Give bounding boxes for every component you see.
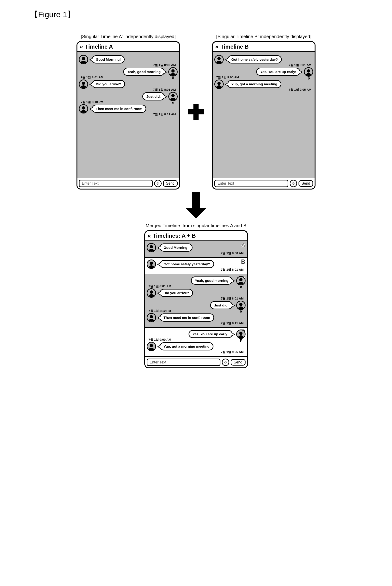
- merged-section: A Good Morning! 7월 1일 8:00 AM: [145, 241, 247, 257]
- message-bubble: Then meet me in conf. room: [160, 314, 214, 322]
- message-row: Yup, got a morning meeting 7월 1일 9:05 AM: [147, 342, 246, 350]
- avatar-label: α: [240, 309, 242, 314]
- send-button-b[interactable]: Send: [298, 180, 313, 187]
- chat-body-b: Got home safely yesterday? 7월 1일 8:01 AM…: [213, 52, 314, 178]
- back-chevron-icon[interactable]: «: [215, 44, 218, 50]
- plus-icon: [188, 104, 204, 120]
- timeline-b-column: [Singular Timeline B: independently disp…: [212, 34, 316, 190]
- phone-header-a: « Timeline A: [78, 42, 179, 52]
- avatar-icon: [79, 55, 88, 64]
- message-bubble: Got home safely yesterday?: [228, 55, 282, 64]
- message-bubble: Then meet me in conf. room: [92, 105, 146, 113]
- caption-b: [Singular Timeline B: independently disp…: [216, 34, 311, 39]
- avatar-icon: [147, 313, 156, 322]
- phone-title-b: Timeline B: [220, 44, 248, 50]
- message-bubble: Yeah, good morning: [191, 276, 232, 285]
- back-chevron-icon[interactable]: «: [80, 44, 83, 50]
- avatar-icon: [236, 301, 246, 310]
- message-row: α Yeah, good morning 7월 1일 8:01 AM: [79, 68, 178, 76]
- message-timestamp: 7월 1일 8:00 AM: [221, 251, 244, 255]
- message-row: α Just did. 7월 1일 8:10 PM: [79, 92, 178, 100]
- message-bubble: Just did.: [142, 92, 164, 100]
- caption-a: [Singular Timeline A: independently disp…: [81, 34, 176, 39]
- avatar-icon: [236, 330, 246, 339]
- avatar-icon: [168, 92, 178, 101]
- message-row: α Yeah, good morning 7월 1일 8:01 AM: [147, 276, 246, 285]
- phone-merged: « Timelines: A + B A Good Morning! 7월 1일…: [144, 230, 248, 368]
- input-bar-a: Enter Text ☺ Send: [78, 178, 179, 188]
- input-bar-merged: Enter Text ☺ Send: [145, 356, 247, 368]
- emoji-button-b[interactable]: ☺: [290, 180, 297, 187]
- arrow-down-icon: [186, 192, 206, 218]
- send-button-a[interactable]: Send: [163, 180, 178, 187]
- message-bubble: Yes. You are up early!: [256, 68, 300, 76]
- message-row: Good Morning! 7월 1일 8:00 AM: [147, 244, 246, 252]
- text-input-a[interactable]: Enter Text: [79, 180, 153, 187]
- message-bubble: Good Morning!: [160, 244, 192, 252]
- message-timestamp: 7월 1일 8:01 AM: [81, 75, 104, 80]
- avatar-label: α: [172, 76, 174, 80]
- input-bar-b: Enter Text ☺ Send: [213, 178, 314, 188]
- emoji-button-a[interactable]: ☺: [154, 180, 162, 187]
- message-timestamp: 7월 1일 9:00 AM: [216, 75, 239, 80]
- message-timestamp: 7월 1일 8:01 AM: [221, 296, 244, 301]
- avatar-icon: [168, 67, 178, 76]
- avatar-icon: [236, 276, 246, 285]
- bottom-row: [Merged Timeline: from singular timeline…: [9, 223, 383, 368]
- avatar-label: α: [172, 100, 174, 105]
- message-bubble: Did you arrive?: [92, 80, 125, 88]
- text-input-b[interactable]: Enter Text: [214, 180, 288, 187]
- avatar-icon: [147, 288, 156, 298]
- message-row: Did you arrive? 7월 1일 8:01 AM: [79, 80, 178, 88]
- message-timestamp: 7월 1일 8:01 AM: [288, 63, 311, 67]
- message-timestamp: 7월 1일 9:05 AM: [221, 350, 244, 354]
- merged-section: B β Yes. You are up early! 7월 1일 9:00 AM…: [145, 327, 247, 356]
- avatar-icon: [304, 67, 313, 76]
- avatar-icon: [147, 260, 156, 269]
- phone-b: « Timeline B Got home safely yesterday? …: [212, 41, 316, 190]
- message-bubble: Just did.: [210, 301, 232, 309]
- message-timestamp: 7월 1일 9:00 AM: [148, 338, 171, 342]
- avatar-icon: [147, 243, 156, 252]
- message-timestamp: 7월 1일 8:01 AM: [148, 284, 171, 288]
- message-timestamp: 7월 1일 8:11 AM: [153, 112, 176, 116]
- top-row: [Singular Timeline A: independently disp…: [9, 34, 383, 190]
- text-input-merged[interactable]: Enter Text: [147, 358, 221, 366]
- avatar-label: β: [308, 76, 310, 80]
- message-row: Did you arrive? 7월 1일 8:01 AM: [147, 289, 246, 297]
- message-row: α Just did. 7월 1일 8:10 PM: [147, 301, 246, 309]
- phone-a: « Timeline A Good Morning! 7월 1일 8:00 AM…: [76, 41, 180, 190]
- message-row: β Yes. You are up early! 7월 1일 9:00 AM: [147, 330, 246, 338]
- phone-title-merged: Timelines: A + B: [153, 232, 196, 239]
- message-row: Good Morning! 7월 1일 8:00 AM: [79, 55, 178, 64]
- message-row: β Yes. You are up early! 7월 1일 9:00 AM: [214, 68, 313, 76]
- timeline-a-column: [Singular Timeline A: independently disp…: [76, 34, 180, 190]
- avatar-icon: [214, 80, 224, 89]
- emoji-button-merged[interactable]: ☺: [222, 358, 229, 366]
- message-timestamp: 7월 1일 8:11 AM: [221, 321, 244, 325]
- message-bubble: Did you arrive?: [160, 289, 193, 297]
- avatar-icon: [79, 104, 88, 114]
- message-timestamp: 7월 1일 8:10 PM: [81, 100, 103, 104]
- message-row: Then meet me in conf. room 7월 1일 8:11 AM: [147, 314, 246, 322]
- merged-section: A α Yeah, good morning 7월 1일 8:01 AM Did…: [145, 274, 247, 327]
- phone-title-a: Timeline A: [85, 44, 113, 50]
- phone-header-b: « Timeline B: [213, 42, 314, 52]
- message-bubble: Yup, got a morning meeting: [160, 342, 214, 350]
- send-button-merged[interactable]: Send: [231, 359, 245, 366]
- message-timestamp: 7월 1일 8:00 AM: [153, 63, 176, 67]
- message-timestamp: 7월 1일 8:10 PM: [148, 309, 171, 313]
- avatar-icon: [79, 80, 88, 89]
- message-row: Yup, got a morning meeting 7월 1일 9:05 AM: [214, 80, 313, 88]
- avatar-label: β: [240, 338, 242, 342]
- message-bubble: Yup, got a morning meeting: [228, 80, 281, 88]
- message-row: Then meet me in conf. room 7월 1일 8:11 AM: [79, 105, 178, 113]
- message-bubble: Got home safely yesterday?: [160, 260, 214, 268]
- chat-body-a: Good Morning! 7월 1일 8:00 AM α Yeah, good…: [78, 52, 179, 178]
- merged-section: B Got home safely yesterday? 7월 1일 8:01 …: [145, 257, 247, 274]
- back-chevron-icon[interactable]: «: [148, 233, 151, 239]
- message-timestamp: 7월 1일 8:01 AM: [153, 88, 176, 92]
- caption-merged: [Merged Timeline: from singular timeline…: [144, 223, 248, 228]
- message-bubble: Good Morning!: [92, 55, 124, 64]
- message-timestamp: 7월 1일 8:01 AM: [221, 268, 244, 272]
